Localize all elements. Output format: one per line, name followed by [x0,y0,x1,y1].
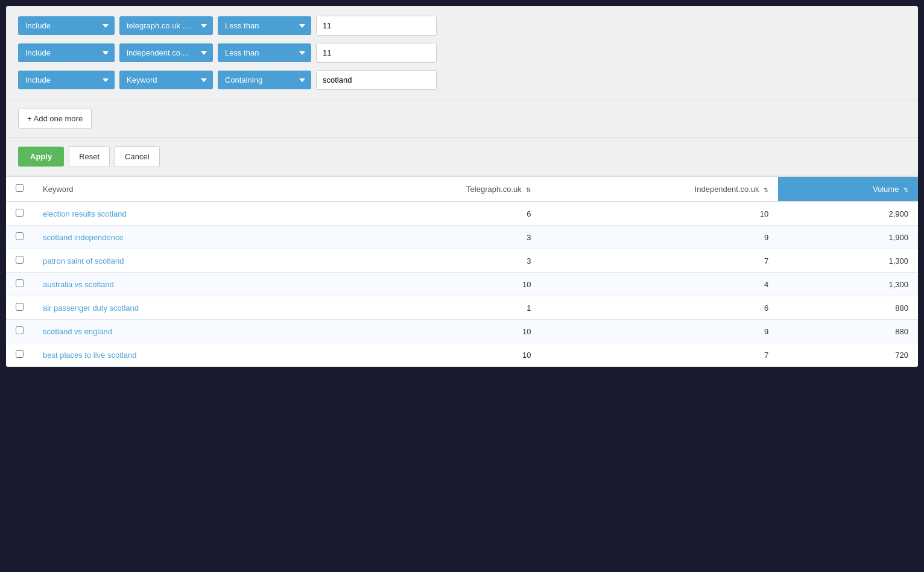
row-checkbox[interactable] [16,256,24,264]
main-container: Include telegraph.co.uk .... Less than I… [6,6,918,367]
filter2-condition-select[interactable]: Less than [218,43,311,62]
cancel-button[interactable]: Cancel [115,146,159,167]
keyword-cell: australia vs scotland [33,273,326,296]
actions-section: Apply Reset Cancel [6,138,918,177]
independent-cell: 9 [540,226,778,249]
row-checkbox[interactable] [16,303,24,311]
row-checkbox[interactable] [16,326,24,334]
keyword-link[interactable]: air passenger duty scotland [43,303,139,313]
row-checkbox[interactable] [16,279,24,287]
reset-button[interactable]: Reset [69,146,110,167]
add-more-section: + Add one more [6,100,918,138]
telegraph-cell: 6 [326,202,540,226]
independent-cell: 7 [540,249,778,273]
telegraph-cell: 10 [326,343,540,367]
table-body: election results scotland 6 10 2,900 sco… [6,202,918,367]
table-section: Keyword Telegraph.co.uk ⇅ Independent.co… [6,177,918,367]
row-checkbox-cell [6,320,33,343]
telegraph-cell: 3 [326,249,540,273]
volume-cell: 880 [778,320,918,343]
telegraph-cell: 10 [326,273,540,296]
telegraph-cell: 10 [326,320,540,343]
telegraph-cell: 1 [326,296,540,320]
filter3-include-select[interactable]: Include [18,71,115,89]
keyword-cell: air passenger duty scotland [33,296,326,320]
keyword-link[interactable]: australia vs scotland [43,280,114,289]
independent-cell: 10 [540,202,778,226]
keyword-cell: scotland vs england [33,320,326,343]
filters-section: Include telegraph.co.uk .... Less than I… [6,6,918,100]
filter1-include-select[interactable]: Include [18,16,115,35]
filter1-value-input[interactable] [316,16,437,36]
apply-button[interactable]: Apply [18,147,64,167]
keyword-cell: scotland independence [33,226,326,249]
row-checkbox-cell [6,249,33,273]
volume-cell: 1,300 [778,249,918,273]
col-header-independent[interactable]: Independent.co.uk ⇅ [540,177,778,202]
volume-cell: 1,900 [778,226,918,249]
volume-cell: 880 [778,296,918,320]
filter-row-2: Include independent.co.... Less than [18,43,906,63]
row-checkbox-cell [6,202,33,226]
telegraph-sort-icon: ⇅ [526,186,531,193]
table-row: election results scotland 6 10 2,900 [6,202,918,226]
col-header-telegraph[interactable]: Telegraph.co.uk ⇅ [326,177,540,202]
add-more-button[interactable]: + Add one more [18,109,92,129]
independent-cell: 7 [540,343,778,367]
row-checkbox[interactable] [16,232,24,240]
keyword-link[interactable]: patron saint of scotland [43,256,124,265]
filter2-domain-select[interactable]: independent.co.... [119,43,213,62]
keyword-cell: patron saint of scotland [33,249,326,273]
keyword-cell: election results scotland [33,202,326,226]
row-checkbox[interactable] [16,209,24,217]
table-row: best places to live scotland 10 7 720 [6,343,918,367]
filter2-value-input[interactable] [316,43,437,63]
filter1-condition-select[interactable]: Less than [218,16,311,35]
table-row: patron saint of scotland 3 7 1,300 [6,249,918,273]
table-row: scotland vs england 10 9 880 [6,320,918,343]
filter3-field-select[interactable]: Keyword [119,71,213,89]
keyword-cell: best places to live scotland [33,343,326,367]
filter-row-3: Include Keyword Containing [18,70,906,90]
independent-sort-icon: ⇅ [764,186,768,193]
keyword-link[interactable]: scotland vs england [43,327,112,336]
select-all-checkbox[interactable] [16,184,24,192]
table-row: scotland independence 3 9 1,900 [6,226,918,249]
row-checkbox-cell [6,273,33,296]
filter2-include-select[interactable]: Include [18,43,115,62]
filter3-value-input[interactable] [316,70,437,90]
independent-cell: 9 [540,320,778,343]
independent-cell: 4 [540,273,778,296]
table-row: air passenger duty scotland 1 6 880 [6,296,918,320]
keyword-link[interactable]: scotland independence [43,233,124,242]
row-checkbox-cell [6,343,33,367]
results-table: Keyword Telegraph.co.uk ⇅ Independent.co… [6,177,918,367]
col-header-volume[interactable]: Volume ⇅ [778,177,918,202]
filter3-condition-select[interactable]: Containing [218,71,311,89]
table-header-row: Keyword Telegraph.co.uk ⇅ Independent.co… [6,177,918,202]
keyword-link[interactable]: best places to live scotland [43,351,136,360]
row-checkbox-cell [6,226,33,249]
row-checkbox[interactable] [16,350,24,358]
filter-row-1: Include telegraph.co.uk .... Less than [18,16,906,36]
volume-cell: 2,900 [778,202,918,226]
header-checkbox-cell [6,177,33,202]
telegraph-cell: 3 [326,226,540,249]
keyword-link[interactable]: election results scotland [43,209,127,218]
independent-cell: 6 [540,296,778,320]
volume-cell: 720 [778,343,918,367]
row-checkbox-cell [6,296,33,320]
col-header-keyword[interactable]: Keyword [33,177,326,202]
volume-cell: 1,300 [778,273,918,296]
volume-sort-icon: ⇅ [903,186,908,193]
table-row: australia vs scotland 10 4 1,300 [6,273,918,296]
filter1-domain-select[interactable]: telegraph.co.uk .... [119,16,213,35]
